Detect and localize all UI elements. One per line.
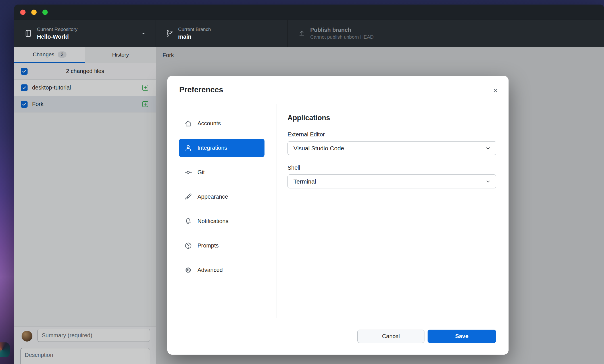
git-commit-icon [184, 169, 192, 176]
applications-heading: Applications [288, 114, 496, 122]
preferences-nav: Accounts Integrations Git [167, 104, 276, 318]
current-repository-selector[interactable]: Current Repository Hello-World [14, 20, 155, 47]
gear-icon [184, 266, 192, 274]
paintbrush-icon [184, 193, 192, 201]
upload-icon [298, 30, 306, 37]
traffic-lights [20, 9, 48, 15]
repo-icon [25, 30, 32, 37]
branch-text: Current Branch main [178, 27, 211, 40]
external-editor-label: External Editor [288, 131, 496, 138]
shell-value: Terminal [293, 178, 316, 185]
publish-status: Cannot publish unborn HEAD [310, 34, 374, 40]
close-button[interactable] [490, 85, 501, 95]
preferences-content: Applications External Editor Visual Stud… [276, 104, 509, 318]
toolbar: Current Repository Hello-World Current B… [14, 20, 604, 47]
publish-branch-button[interactable]: Publish branch Cannot publish unborn HEA… [287, 20, 417, 47]
current-branch-selector[interactable]: Current Branch main [155, 20, 287, 47]
nav-item-notifications[interactable]: Notifications [179, 212, 264, 230]
nav-item-label: Appearance [197, 194, 228, 200]
person-icon [184, 144, 192, 152]
dialog-body: Accounts Integrations Git [167, 104, 509, 318]
save-button[interactable]: Save [428, 330, 496, 343]
bell-icon [184, 217, 192, 225]
zoom-window-button[interactable] [42, 9, 48, 15]
external-editor-select[interactable]: Visual Studio Code [288, 141, 496, 155]
chevron-down-icon [485, 145, 491, 152]
nav-item-appearance[interactable]: Appearance [179, 188, 264, 206]
close-window-button[interactable] [20, 9, 26, 15]
nav-item-prompts[interactable]: Prompts [179, 236, 264, 255]
publish-label: Publish branch [310, 27, 374, 33]
close-icon [492, 87, 499, 94]
dialog-header: Preferences [167, 76, 509, 104]
branch-label: Current Branch [178, 27, 211, 32]
publish-text: Publish branch Cannot publish unborn HEA… [310, 27, 374, 40]
nav-item-git[interactable]: Git [179, 163, 264, 182]
preferences-dialog: Preferences Accounts Integrations [167, 76, 509, 355]
nav-item-label: Git [197, 169, 205, 176]
home-icon [184, 120, 192, 127]
git-branch-icon [166, 30, 174, 37]
nav-item-label: Integrations [197, 145, 227, 151]
repository-label: Current Repository [37, 27, 78, 32]
cancel-button[interactable]: Cancel [357, 330, 424, 343]
nav-item-accounts[interactable]: Accounts [179, 114, 264, 133]
nav-item-advanced[interactable]: Advanced [179, 261, 264, 279]
dropdown-caret-icon [140, 30, 147, 37]
titlebar [14, 5, 604, 20]
nav-item-label: Advanced [197, 267, 223, 273]
branch-name: main [178, 34, 211, 40]
nav-item-integrations[interactable]: Integrations [179, 139, 264, 157]
external-editor-value: Visual Studio Code [293, 145, 344, 152]
desktop-dock-icon [0, 342, 10, 357]
minimize-window-button[interactable] [31, 9, 37, 15]
nav-item-label: Prompts [197, 242, 218, 249]
shell-select[interactable]: Terminal [288, 174, 496, 188]
chevron-down-icon [485, 178, 491, 185]
nav-item-label: Notifications [197, 218, 228, 224]
question-icon [184, 242, 192, 249]
dialog-footer: Cancel Save [167, 318, 509, 355]
shell-label: Shell [288, 165, 496, 171]
dialog-title: Preferences [179, 86, 223, 94]
nav-item-label: Accounts [197, 120, 221, 127]
repository-name: Hello-World [37, 34, 78, 40]
repository-text: Current Repository Hello-World [37, 27, 78, 40]
